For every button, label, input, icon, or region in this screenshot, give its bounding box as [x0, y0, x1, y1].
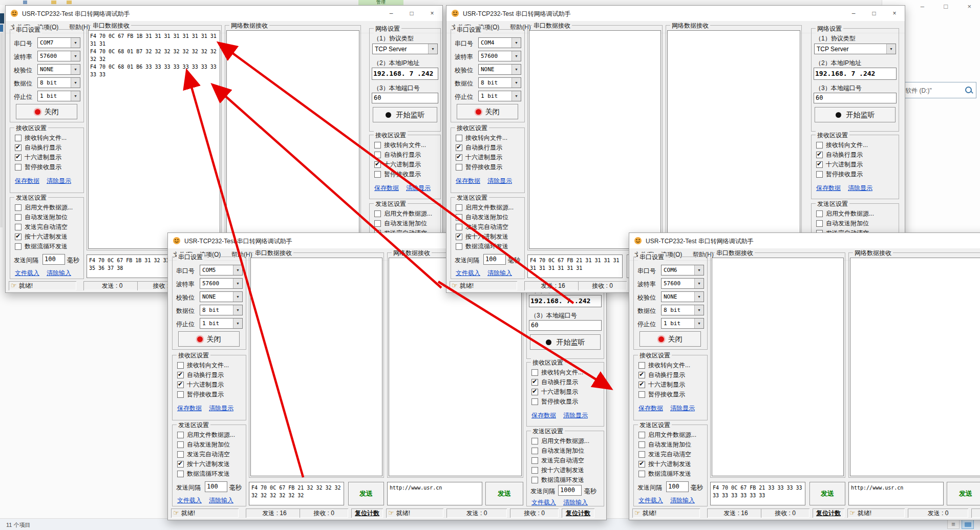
- list-view-button[interactable]: ≣: [947, 520, 960, 529]
- chevron-down-icon[interactable]: ▼: [233, 305, 242, 315]
- local-port-input[interactable]: 60: [372, 93, 438, 103]
- chevron-down-icon[interactable]: ▼: [71, 51, 80, 61]
- close-port-button[interactable]: 关闭: [16, 104, 77, 119]
- chevron-down-icon[interactable]: ▼: [71, 65, 80, 74]
- checkbox-hex-display[interactable]: 十六进制显示: [374, 160, 421, 169]
- checkbox-recv-to-file[interactable]: 接收转向文件...: [456, 134, 507, 142]
- checkbox-pause-recv[interactable]: 暂停接收显示: [531, 397, 578, 406]
- checkbox-auto-newline[interactable]: 自动换行显示: [531, 378, 578, 387]
- protocol-select[interactable]: TCP Server▼: [372, 44, 438, 54]
- close-port-button[interactable]: 关闭: [178, 331, 240, 347]
- com-port-select[interactable]: COM4▼: [478, 37, 521, 48]
- checkbox-icon[interactable]: [816, 152, 823, 158]
- close-port-button[interactable]: 关闭: [640, 331, 701, 347]
- listen-button[interactable]: 开始监听: [530, 334, 601, 350]
- checkbox-file-source[interactable]: 启用文件数据源...: [816, 209, 874, 218]
- clear-display-link[interactable]: 清除显示: [209, 404, 233, 413]
- close-icon[interactable]: ×: [967, 3, 971, 10]
- chevron-down-icon[interactable]: ▼: [512, 38, 521, 48]
- baud-select[interactable]: 57600▼: [200, 278, 243, 289]
- checkbox-auto-append[interactable]: 自动发送附加位: [374, 219, 427, 228]
- clear-display-link[interactable]: 清除显示: [406, 184, 431, 193]
- checkbox-recv-to-file[interactable]: 接收转向文件...: [15, 134, 67, 142]
- close-port-button[interactable]: 关闭: [457, 104, 518, 119]
- checkbox-icon[interactable]: [456, 164, 462, 171]
- serial-recv-area[interactable]: [712, 258, 844, 476]
- checkbox-hex-display[interactable]: 十六进制显示: [177, 380, 224, 389]
- chevron-down-icon[interactable]: ▼: [233, 319, 242, 328]
- checkbox-icon[interactable]: [816, 171, 823, 178]
- com-port-select[interactable]: COM7▼: [37, 37, 80, 48]
- checkbox-icon[interactable]: [531, 467, 538, 474]
- checkbox-icon[interactable]: [177, 461, 184, 468]
- checkbox-recv-to-file[interactable]: 接收转向文件...: [816, 141, 868, 150]
- checkbox-icon[interactable]: [638, 471, 645, 477]
- stopbits-select[interactable]: 1 bit▼: [200, 318, 243, 329]
- serial-recv-area[interactable]: [250, 258, 382, 476]
- load-file-link[interactable]: 文件载入: [531, 498, 556, 507]
- save-data-link[interactable]: 保存数据: [456, 177, 480, 185]
- save-data-link[interactable]: 保存数据: [638, 404, 663, 413]
- databits-select[interactable]: 8 bit▼: [200, 305, 243, 315]
- checkbox-icon[interactable]: [638, 391, 645, 398]
- checkbox-icon[interactable]: [456, 204, 462, 211]
- serial-interval-input[interactable]: 100: [205, 481, 227, 492]
- checkbox-icon[interactable]: [15, 144, 22, 151]
- checkbox-icon[interactable]: [374, 152, 381, 158]
- checkbox-icon[interactable]: [456, 214, 462, 221]
- clear-display-link[interactable]: 清除显示: [487, 177, 512, 185]
- baud-select[interactable]: 57600▼: [661, 278, 704, 289]
- chevron-down-icon[interactable]: ▼: [694, 292, 704, 302]
- checkbox-auto-append[interactable]: 自动发送附加位: [531, 447, 584, 455]
- serial-send-button[interactable]: 发送: [348, 482, 384, 505]
- checkbox-icon[interactable]: [456, 224, 462, 230]
- checkbox-icon[interactable]: [15, 135, 22, 141]
- checkbox-icon[interactable]: [816, 210, 823, 217]
- checkbox-icon[interactable]: [177, 441, 184, 448]
- checkbox-icon[interactable]: [177, 451, 184, 458]
- local-ip-input[interactable]: 192.168. 7 .242: [814, 68, 897, 80]
- checkbox-file-source[interactable]: 启用文件数据源...: [531, 437, 589, 446]
- chevron-down-icon[interactable]: ▼: [512, 78, 521, 88]
- local-ip-input[interactable]: 192.168. 7 .242: [372, 68, 438, 80]
- checkbox-auto-append[interactable]: 自动发送附加位: [816, 219, 869, 228]
- baud-select[interactable]: 57600▼: [37, 51, 80, 61]
- checkbox-icon[interactable]: [456, 154, 462, 161]
- stopbits-select[interactable]: 1 bit▼: [661, 318, 704, 329]
- checkbox-icon[interactable]: [816, 220, 823, 227]
- checkbox-icon[interactable]: [177, 362, 184, 369]
- serial-interval-input[interactable]: 100: [483, 254, 506, 265]
- net-recv-area[interactable]: [226, 30, 359, 249]
- local-port-input[interactable]: 60: [529, 320, 602, 331]
- checkbox-auto-newline[interactable]: 自动换行显示: [374, 151, 421, 159]
- maximize-icon[interactable]: □: [944, 3, 948, 10]
- stopbits-select[interactable]: 1 bit▼: [37, 91, 80, 101]
- listen-button[interactable]: 开始监听: [373, 107, 437, 122]
- checkbox-icon[interactable]: [531, 457, 538, 464]
- load-file-link[interactable]: 文件载入: [456, 269, 480, 278]
- chevron-down-icon[interactable]: ▼: [428, 44, 437, 54]
- chevron-down-icon[interactable]: ▼: [512, 91, 521, 101]
- reset-count-link-serial[interactable]: 复位计数: [351, 508, 383, 518]
- checkbox-clear-after-send[interactable]: 发送完自动清空: [531, 456, 584, 465]
- checkbox-recv-to-file[interactable]: 接收转向文件...: [177, 361, 229, 370]
- serial-send-input[interactable]: F4 70 0C 67 FB 21 31 31 31 31 31 31 31 3…: [527, 255, 623, 278]
- checkbox-icon[interactable]: [531, 389, 538, 395]
- checkbox-hex-display[interactable]: 十六进制显示: [638, 380, 685, 389]
- checkbox-icon[interactable]: [177, 372, 184, 378]
- checkbox-file-source[interactable]: 启用文件数据源...: [177, 431, 235, 439]
- checkbox-recv-to-file[interactable]: 接收转向文件...: [531, 368, 583, 377]
- checkbox-icon[interactable]: [456, 234, 462, 240]
- checkbox-auto-newline[interactable]: 自动换行显示: [816, 151, 863, 159]
- local-ip-input[interactable]: 192.168. 7 .242: [529, 295, 602, 307]
- checkbox-pause-recv[interactable]: 暂停接收显示: [177, 390, 224, 399]
- checkbox-pause-recv[interactable]: 暂停接收显示: [374, 170, 421, 179]
- checkbox-icon[interactable]: [638, 362, 645, 369]
- chevron-down-icon[interactable]: ▼: [512, 51, 521, 61]
- net-send-input[interactable]: http://www.usr.cn: [848, 482, 944, 505]
- reset-count-link-net[interactable]: 复位计数: [562, 508, 594, 518]
- checkbox-hex-display[interactable]: 十六进制显示: [15, 153, 61, 162]
- save-data-link[interactable]: 保存数据: [374, 184, 399, 193]
- checkbox-send-hex[interactable]: 按十六进制发送: [531, 466, 584, 475]
- chevron-down-icon[interactable]: ▼: [694, 305, 704, 315]
